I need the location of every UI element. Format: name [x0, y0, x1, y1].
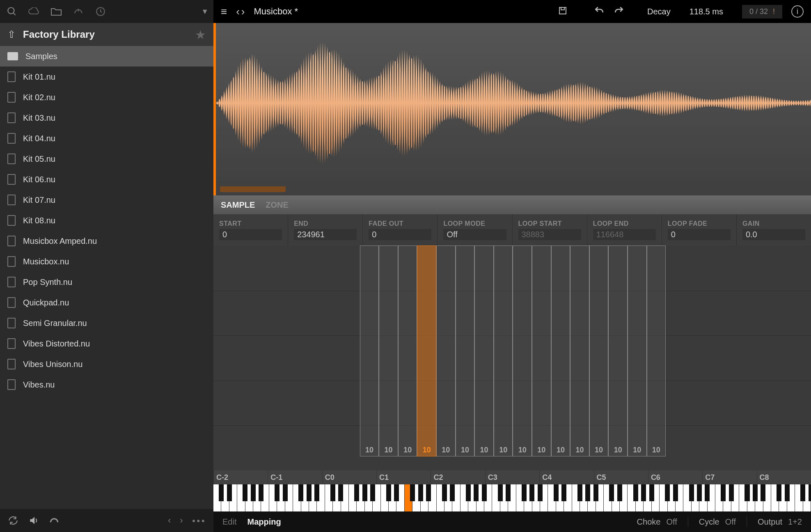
black-key[interactable]: [561, 484, 566, 501]
zone-mapping[interactable]: 10101010101010101010101010101010: [213, 245, 811, 470]
prev-icon[interactable]: ‹: [168, 515, 171, 526]
cloud-icon[interactable]: [27, 5, 41, 18]
file-item[interactable]: Semi Granular.nu: [0, 313, 213, 333]
black-key[interactable]: [442, 484, 447, 501]
black-key[interactable]: [314, 484, 319, 501]
file-item[interactable]: Kit 06.nu: [0, 169, 213, 190]
black-key[interactable]: [729, 484, 734, 501]
black-key[interactable]: [259, 484, 263, 501]
dial-icon[interactable]: [71, 5, 85, 18]
preset-name[interactable]: Musicbox *: [254, 6, 298, 17]
black-key[interactable]: [721, 484, 726, 501]
black-key[interactable]: [641, 484, 646, 501]
refresh-icon[interactable]: [7, 515, 19, 526]
next-icon[interactable]: ›: [180, 515, 183, 526]
black-key[interactable]: [761, 484, 765, 501]
dropdown-icon[interactable]: ▼: [201, 7, 208, 16]
file-item[interactable]: Vibes Unison.nu: [0, 354, 213, 374]
undo-icon[interactable]: [594, 5, 605, 18]
zone-slot[interactable]: 10: [551, 245, 570, 456]
black-key[interactable]: [370, 484, 375, 501]
zone-slot[interactable]: 10: [474, 245, 494, 456]
save-icon[interactable]: [558, 6, 568, 17]
footer-mapping[interactable]: Mapping: [247, 517, 281, 527]
black-key[interactable]: [283, 484, 288, 501]
black-key[interactable]: [251, 484, 256, 501]
black-key[interactable]: [593, 484, 598, 501]
black-key[interactable]: [354, 484, 359, 501]
black-key[interactable]: [673, 484, 678, 501]
black-key[interactable]: [307, 484, 312, 501]
file-item[interactable]: Kit 04.nu: [0, 128, 213, 149]
zone-slot[interactable]: 10: [494, 245, 513, 456]
black-key[interactable]: [450, 484, 455, 501]
black-key[interactable]: [386, 484, 391, 501]
black-key[interactable]: [785, 484, 790, 501]
favorite-icon[interactable]: ★: [195, 28, 206, 42]
zone-slot[interactable]: 10: [647, 245, 666, 456]
black-key[interactable]: [275, 484, 279, 501]
file-item[interactable]: Kit 03.nu: [0, 108, 213, 128]
folder-item[interactable]: Samples: [0, 46, 213, 66]
speaker-icon[interactable]: [28, 515, 39, 526]
param-start[interactable]: START0: [213, 214, 288, 245]
clock-icon[interactable]: [94, 5, 108, 18]
zone-slot[interactable]: 10: [398, 245, 417, 456]
folder-icon[interactable]: [49, 5, 63, 18]
file-item[interactable]: Kit 07.nu: [0, 190, 213, 210]
black-key[interactable]: [362, 484, 367, 501]
file-item[interactable]: Vibes Distorted.nu: [0, 333, 213, 354]
choke-control[interactable]: ChokeOff: [637, 517, 677, 527]
black-key[interactable]: [577, 484, 582, 501]
zone-slot[interactable]: 10: [570, 245, 589, 456]
black-key[interactable]: [298, 484, 303, 501]
black-key[interactable]: [809, 484, 811, 501]
file-item[interactable]: Pop Synth.nu: [0, 272, 213, 292]
zone-slot[interactable]: 10: [589, 245, 609, 456]
info-icon[interactable]: i: [791, 5, 804, 18]
black-key[interactable]: [665, 484, 670, 501]
zone-slot[interactable]: 10: [513, 245, 532, 456]
zone-slot[interactable]: 10: [417, 245, 436, 456]
param-loop-fade[interactable]: LOOP FADE0: [662, 214, 737, 245]
black-key[interactable]: [554, 484, 559, 501]
cycle-control[interactable]: CycleOff: [699, 517, 736, 527]
black-key[interactable]: [689, 484, 694, 501]
black-key[interactable]: [338, 484, 343, 501]
file-item[interactable]: Kit 08.nu: [0, 210, 213, 231]
black-key[interactable]: [330, 484, 335, 501]
black-key[interactable]: [219, 484, 224, 501]
waveform-display[interactable]: [213, 23, 811, 195]
file-item[interactable]: Kit 01.nu: [0, 66, 213, 87]
file-item[interactable]: Kit 02.nu: [0, 87, 213, 108]
black-key[interactable]: [753, 484, 758, 501]
param-fade-out[interactable]: FADE OUT0: [363, 214, 438, 245]
zone-slot[interactable]: 10: [456, 245, 475, 456]
black-key[interactable]: [529, 484, 534, 501]
black-key[interactable]: [800, 484, 805, 501]
piano-keyboard[interactable]: [213, 484, 811, 511]
knob-icon[interactable]: [48, 515, 60, 526]
param-value[interactable]: 118.5 ms: [680, 7, 733, 16]
preset-next-icon[interactable]: ›: [241, 5, 245, 18]
black-key[interactable]: [777, 484, 781, 501]
black-key[interactable]: [474, 484, 479, 501]
black-key[interactable]: [538, 484, 543, 501]
param-gain[interactable]: GAIN0.0: [737, 214, 811, 245]
waveform-scrollbar[interactable]: [220, 186, 286, 192]
menu-icon[interactable]: ≡: [221, 5, 227, 18]
output-control[interactable]: Output1+2: [758, 517, 802, 527]
zone-slot[interactable]: 10: [608, 245, 628, 456]
black-key[interactable]: [649, 484, 654, 501]
black-key[interactable]: [522, 484, 527, 501]
more-icon[interactable]: ●●●: [192, 517, 206, 524]
black-key[interactable]: [482, 484, 487, 501]
tab-sample[interactable]: SAMPLE: [221, 200, 255, 210]
file-item[interactable]: Musicbox Amped.nu: [0, 231, 213, 251]
up-icon[interactable]: ⇧: [7, 29, 16, 40]
black-key[interactable]: [394, 484, 399, 501]
preset-prev-icon[interactable]: ‹: [236, 5, 240, 18]
black-key[interactable]: [410, 484, 415, 501]
zone-slot[interactable]: 10: [628, 245, 647, 456]
black-key[interactable]: [466, 484, 471, 501]
